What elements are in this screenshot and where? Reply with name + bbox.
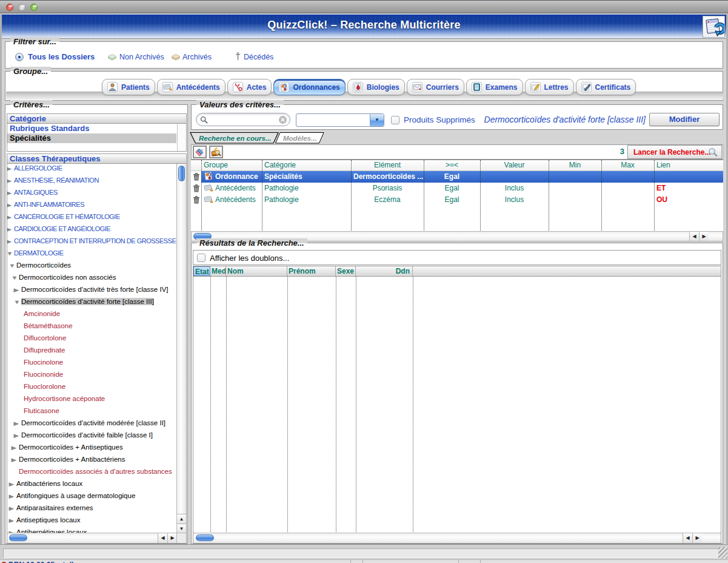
tree-expanded-icon[interactable]: ▼ [12, 272, 19, 284]
criteria-column-header[interactable]: Lien [654, 160, 723, 170]
tree-item[interactable]: ▶Antiherpétiques locaux [7, 526, 177, 533]
tree-collapsed-icon[interactable]: ▶ [9, 527, 16, 533]
scroll-left-icon[interactable]: ◀ [689, 232, 699, 241]
results-column-header[interactable]: Ddn [356, 266, 413, 276]
tree-item[interactable]: ▶Antifongiques à usage dermatologique [7, 490, 177, 502]
criteria-row[interactable]: AntécédentsPathologieEczémaEgalInclusOU [191, 194, 723, 206]
cross-icon[interactable]: † [235, 51, 241, 62]
tree-item-label[interactable]: CARDIOLOGIE ET ANGÉIOLOGIE [14, 225, 110, 232]
tree-item[interactable]: ▶Dermocorticoïdes + Antiseptiques [7, 441, 177, 453]
tree-item-label[interactable]: Dermocorticoïdes d'activité modérée [cla… [21, 419, 165, 426]
tree-item[interactable]: Difluprednate [7, 344, 177, 356]
scroll-right-icon[interactable]: ▶ [692, 533, 702, 543]
criteria-book-button[interactable] [209, 146, 223, 158]
tab-modeles-label[interactable]: Modèles... [283, 135, 317, 142]
tree-item[interactable]: Dermocorticoïdes associés à d'autres sub… [7, 465, 177, 477]
criteria-column-header[interactable]: Elément [351, 160, 424, 170]
trash-icon[interactable] [193, 196, 200, 204]
categorie-item[interactable]: Rubriques Standards [7, 124, 176, 133]
tree-item[interactable]: ▶Dermocorticoïdes d'activité très forte … [7, 283, 177, 295]
filter-option-tous[interactable]: Tous les Dossiers [28, 52, 95, 61]
tree-item-label[interactable]: Dermocorticoïdes d'activité très forte [… [21, 286, 169, 293]
tree-collapsed-icon[interactable]: ▶ [7, 175, 14, 187]
tree-item-label[interactable]: Antiseptiques locaux [16, 516, 80, 524]
tree-item-label[interactable]: Difluprednate [24, 346, 65, 354]
tree-item-label[interactable]: ANESTHÉSIE, RÉANIMATION [14, 177, 99, 184]
criteria-column-header[interactable]: Groupe [201, 160, 262, 170]
scroll-left-icon[interactable]: ◀ [683, 533, 692, 543]
scroll-left-icon[interactable]: ◀ [158, 533, 167, 543]
tree-item[interactable]: Bétaméthasone [7, 320, 177, 332]
filter-option-non-archives[interactable]: Non Archivés [119, 53, 164, 61]
tree-item-label[interactable]: Bétaméthasone [24, 322, 73, 329]
tree-item[interactable]: ▼Dermocorticoïdes d'activité forte [clas… [7, 295, 177, 308]
tree-item-label[interactable]: Dermocorticoïdes d'activité forte [class… [21, 298, 154, 305]
tree-item[interactable]: ▶CARDIOLOGIE ET ANGÉIOLOGIE [7, 223, 177, 235]
erase-criteria-button[interactable] [193, 146, 207, 158]
tree-item[interactable]: ▶ALLERGOLOGIE [7, 164, 177, 174]
tab-patients[interactable]: Patients [102, 79, 155, 95]
tree-collapsed-icon[interactable]: ▶ [7, 187, 14, 199]
radio-selected-icon[interactable] [15, 53, 24, 61]
criteria-column-header[interactable] [191, 160, 201, 170]
tree-item-label[interactable]: Antiparasitaires externes [16, 504, 93, 511]
tree-item-label[interactable]: Antibactériens locaux [16, 480, 82, 487]
tab-recherche-label[interactable]: Recherche en cours... [199, 135, 272, 142]
resize-grip-icon[interactable] [718, 547, 727, 559]
categorie-item[interactable]: Spécialités [7, 133, 176, 143]
tree-item-label[interactable]: Dermocorticoïdes [16, 261, 71, 269]
tree-vertical-scrollbar[interactable]: ▲ ▼ [176, 164, 186, 533]
criteria-row[interactable]: OrdonnanceSpécialitésDermocorticoïdes ..… [191, 171, 723, 183]
filter-option-decedes[interactable]: Décédés [244, 53, 273, 61]
tree-item[interactable]: ▶Antiseptiques locaux [7, 514, 177, 526]
scroll-right-icon[interactable]: ▶ [699, 232, 709, 241]
tree-collapsed-icon[interactable]: ▶ [7, 199, 14, 211]
tab-biologies[interactable]: Biologies [347, 79, 405, 95]
tree-collapsed-icon[interactable]: ▶ [12, 454, 19, 466]
tree-collapsed-icon[interactable]: ▶ [9, 478, 16, 490]
tree-item[interactable]: Fluocinolone [7, 356, 177, 368]
tree-collapsed-icon[interactable]: ▶ [9, 502, 16, 514]
tab-examens[interactable]: Examens [466, 79, 523, 95]
tree-collapsed-icon[interactable]: ▶ [7, 235, 14, 248]
criteria-column-header[interactable]: >=< [424, 160, 480, 170]
tree-item[interactable]: ▶Dermocorticoïdes + Antibactériens [7, 453, 177, 465]
clear-search-icon[interactable]: ✕ [279, 116, 287, 124]
tree-item[interactable]: ▼DERMATOLOGIE [7, 247, 177, 259]
tree-item[interactable]: ▼Dermocorticoïdes [7, 259, 177, 271]
close-icon[interactable] [6, 4, 13, 11]
tree-expanded-icon[interactable]: ▼ [9, 260, 16, 272]
tree-item[interactable]: ▶CANCÉROLOGIE ET HÉMATOLOGIE [7, 211, 177, 223]
tree-item-label[interactable]: CONTRACEPTION ET INTERRUPTION DE GROSSES… [14, 237, 176, 244]
tree-collapsed-icon[interactable]: ▶ [7, 211, 14, 223]
tree-item[interactable]: ▶Dermocorticoïdes d'activité faible [cla… [7, 429, 177, 441]
tree-collapsed-icon[interactable]: ▶ [9, 490, 16, 502]
scroll-right-icon[interactable]: ▶ [167, 533, 177, 543]
tree-item[interactable]: Diflucortolone [7, 332, 177, 344]
tab-antecedents[interactable]: Antécédents [157, 79, 225, 95]
tree-collapsed-icon[interactable]: ▶ [14, 430, 21, 442]
tree-item-label[interactable]: Fluocinolone [24, 359, 63, 366]
tree-hscroll-thumb[interactable] [9, 534, 27, 541]
zoom-icon[interactable] [30, 4, 38, 11]
criterion-combobox[interactable]: ▼ [296, 113, 384, 127]
tree-item[interactable]: ▶ANESTHÉSIE, RÉANIMATION [7, 174, 177, 186]
tree-item-label[interactable]: Fluticasone [24, 407, 59, 414]
lancer-recherche-button[interactable]: Lancer la Recherche... [627, 145, 722, 159]
trash-icon[interactable] [193, 173, 200, 181]
modifier-button[interactable]: Modifier [649, 113, 720, 126]
doublons-checkbox[interactable] [197, 254, 205, 262]
tree-item[interactable]: Fluocinonide [7, 368, 177, 380]
tree-collapsed-icon[interactable]: ▶ [14, 417, 21, 430]
results-column-header[interactable]: Nom [226, 266, 287, 276]
tree-item-label[interactable]: Dermocorticoïdes d'activité faible [clas… [21, 431, 153, 439]
tab-courriers[interactable]: Courriers [407, 79, 464, 95]
tree-item[interactable]: ▶Antibactériens locaux [7, 477, 177, 490]
criteria-column-header[interactable]: Valeur [480, 160, 549, 170]
scroll-up-icon[interactable]: ▲ [177, 514, 186, 524]
tree-item-label[interactable]: Fluocinonide [24, 371, 63, 378]
window-action-button[interactable] [703, 16, 725, 38]
tree-collapsed-icon[interactable]: ▶ [14, 284, 21, 296]
tree-item[interactable]: Fluoclorolone [7, 380, 177, 393]
search-input[interactable] [210, 115, 276, 124]
